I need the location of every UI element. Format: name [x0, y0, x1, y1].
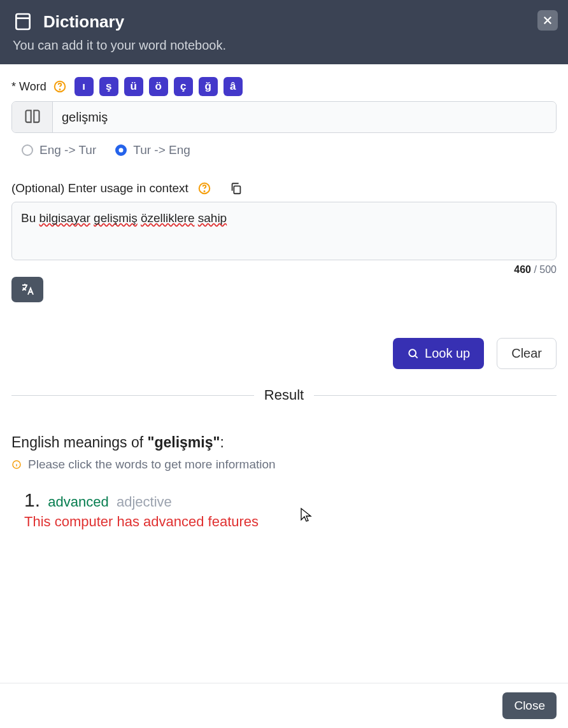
lookup-label: Look up	[425, 346, 470, 361]
help-icon[interactable]	[197, 181, 211, 195]
info-icon	[11, 459, 22, 470]
char-button-ş[interactable]: ş	[99, 77, 118, 96]
book-icon	[13, 11, 33, 32]
svg-line-10	[415, 355, 418, 358]
book-open-icon	[12, 102, 53, 132]
result-label: Result	[254, 387, 314, 403]
character-count: 460 / 500	[11, 264, 557, 276]
dialog-footer: Close	[0, 683, 568, 728]
dialog-title: Dictionary	[43, 12, 124, 32]
meanings-heading: English meanings of "gelişmiş":	[11, 434, 557, 451]
definition-sentence: This computer has advanced features	[24, 514, 557, 530]
word-label: * Word	[11, 80, 46, 94]
lookup-button[interactable]: Look up	[393, 338, 484, 369]
close-button[interactable]: Close	[502, 692, 557, 719]
help-icon[interactable]	[53, 80, 67, 94]
char-button-ı[interactable]: ı	[75, 77, 94, 96]
radio-tur->eng[interactable]: Tur -> Eng	[115, 143, 190, 157]
definition-number: 1.	[24, 489, 40, 510]
hint-row: Please click the words to get more infor…	[11, 458, 557, 472]
svg-rect-8	[234, 186, 240, 193]
radio-eng->tur[interactable]: Eng -> Tur	[22, 143, 96, 157]
radio-label: Eng -> Tur	[39, 143, 96, 157]
radio-label: Tur -> Eng	[133, 143, 190, 157]
context-label: (Optional) Enter usage in context	[11, 181, 188, 195]
dialog-header: Dictionary You can add it to your word n…	[0, 0, 568, 64]
result-separator: Result	[11, 387, 557, 403]
part-of-speech: adjective	[117, 494, 172, 510]
svg-rect-0	[16, 14, 29, 29]
char-button-ç[interactable]: ç	[174, 77, 193, 96]
definition-item: 1. advanced adjective This computer has …	[11, 489, 557, 530]
word-input[interactable]	[53, 102, 556, 132]
definition-word[interactable]: advanced	[48, 494, 108, 510]
char-button-ğ[interactable]: ğ	[199, 77, 218, 96]
clear-button[interactable]: Clear	[497, 338, 557, 369]
copy-icon[interactable]	[229, 181, 243, 195]
svg-point-9	[409, 349, 416, 356]
char-button-ö[interactable]: ö	[149, 77, 168, 96]
char-button-ü[interactable]: ü	[124, 77, 143, 96]
dialog-subtitle: You can add it to your word notebook.	[13, 38, 553, 53]
char-button-â[interactable]: â	[224, 77, 243, 96]
svg-point-7	[204, 191, 204, 192]
word-input-group	[11, 101, 557, 133]
close-icon[interactable]	[537, 10, 558, 31]
hint-text: Please click the words to get more infor…	[28, 458, 276, 472]
context-textarea[interactable]: Bu bilgisayar gelişmiş özelliklere sahip	[11, 202, 557, 260]
translate-button[interactable]	[11, 277, 43, 302]
radio-indicator	[115, 144, 127, 156]
svg-point-5	[59, 89, 60, 90]
radio-indicator	[22, 144, 33, 156]
